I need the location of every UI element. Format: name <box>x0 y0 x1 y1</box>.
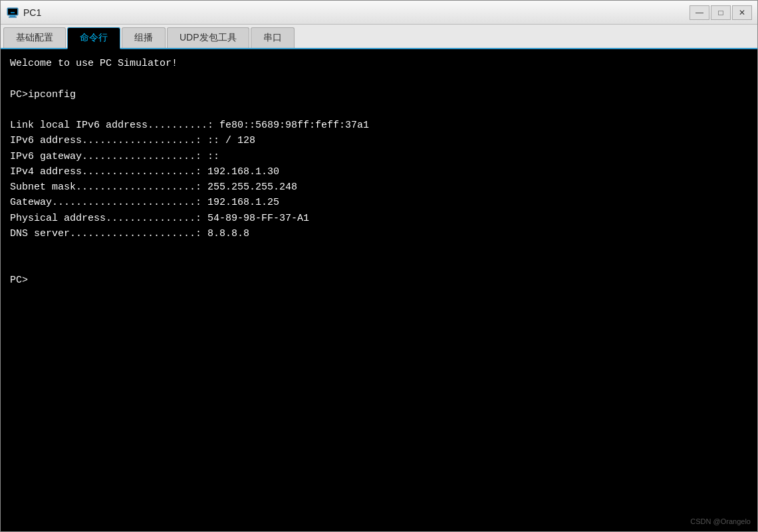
title-bar-left: PC1 <box>6 6 41 19</box>
maximize-button[interactable]: □ <box>711 5 731 20</box>
main-window: PC1 — □ ✕ 基础配置 命令行 组播 UDP发包工具 串口 Welcome… <box>0 0 758 532</box>
svg-rect-3 <box>8 9 17 15</box>
window-controls: — □ ✕ <box>690 5 752 20</box>
terminal-output: Welcome to use PC Simulator! PC>ipconfig… <box>10 56 748 288</box>
tab-multicast[interactable]: 组播 <box>122 27 166 48</box>
pc-icon <box>6 6 19 19</box>
tab-bar: 基础配置 命令行 组播 UDP发包工具 串口 <box>1 25 757 49</box>
tab-serial[interactable]: 串口 <box>251 27 295 48</box>
terminal-area[interactable]: Welcome to use PC Simulator! PC>ipconfig… <box>1 49 757 531</box>
window-title: PC1 <box>23 7 41 18</box>
tab-udp[interactable]: UDP发包工具 <box>167 27 249 48</box>
title-bar: PC1 — □ ✕ <box>1 1 757 25</box>
tab-basic[interactable]: 基础配置 <box>3 27 66 48</box>
svg-rect-1 <box>10 15 15 17</box>
watermark: CSDN @Orangelo <box>690 516 751 527</box>
svg-rect-2 <box>9 17 17 18</box>
minimize-button[interactable]: — <box>690 5 709 20</box>
close-button[interactable]: ✕ <box>732 5 752 20</box>
tab-cmd[interactable]: 命令行 <box>67 27 120 49</box>
